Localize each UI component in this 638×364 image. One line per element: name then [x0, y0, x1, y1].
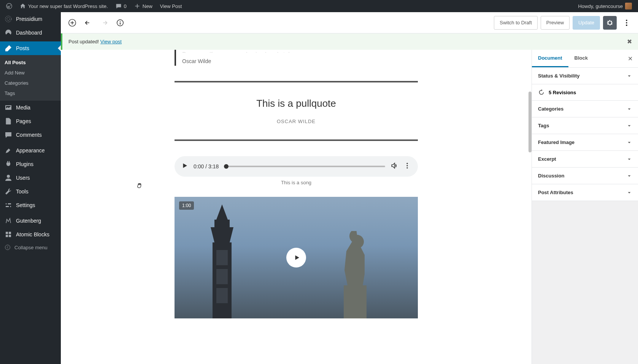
new-link[interactable]: New — [131, 0, 156, 12]
svg-rect-8 — [6, 232, 8, 234]
play-icon[interactable] — [181, 162, 188, 171]
quote-citation: Oscar Wilde — [182, 58, 412, 64]
audio-time: 0:00 / 3:18 — [194, 163, 219, 169]
add-block-button[interactable] — [65, 16, 79, 30]
audio-seek-slider[interactable] — [224, 166, 385, 167]
svg-point-21 — [406, 165, 408, 166]
section-discussion[interactable]: Discussion — [532, 168, 638, 184]
svg-point-19 — [626, 24, 627, 26]
volume-icon[interactable] — [390, 162, 398, 171]
audio-more-icon[interactable] — [403, 162, 411, 171]
tab-block[interactable]: Block — [568, 50, 594, 67]
quote-block[interactable]: Be yourself; everyone else is already ta… — [175, 50, 418, 66]
grab-cursor-icon — [136, 182, 143, 189]
pullquote-block[interactable]: This is a pullquote OSCAR WILDE — [175, 81, 418, 141]
menu-appearance[interactable]: Appearance — [0, 144, 61, 157]
submenu-add-new[interactable]: Add New — [0, 68, 61, 78]
audio-block[interactable]: 0:00 / 3:18 — [175, 156, 418, 177]
wp-logo[interactable] — [3, 0, 15, 12]
submenu-tags[interactable]: Tags — [0, 88, 61, 98]
menu-plugins[interactable]: Plugins — [0, 157, 61, 171]
svg-point-7 — [9, 206, 10, 207]
svg-point-18 — [626, 22, 627, 24]
video-tower-graphic — [201, 204, 243, 318]
howdy-link[interactable]: Howdy, gutencourse — [575, 0, 635, 12]
menu-dashboard[interactable]: Dashboard — [0, 26, 61, 40]
tab-document[interactable]: Document — [532, 50, 568, 67]
svg-point-2 — [5, 16, 11, 22]
site-link[interactable]: Your new super fast WordPress site. — [17, 0, 111, 12]
dismiss-notice-button[interactable]: ✖ — [627, 38, 632, 45]
chevron-down-icon — [627, 123, 632, 128]
undo-button[interactable] — [81, 16, 95, 30]
chevron-down-icon — [627, 140, 632, 145]
video-statue-graphic — [330, 231, 376, 318]
editor-header: Switch to Draft Preview Update — [61, 12, 638, 33]
pullquote-citation: OSCAR WILDE — [182, 119, 410, 124]
section-status[interactable]: Status & Visibility — [532, 68, 638, 84]
menu-atomic[interactable]: Atomic Blocks — [0, 228, 61, 241]
settings-panel: Document Block ✕ Status & Visibility 5 R… — [532, 50, 638, 364]
settings-toggle-button[interactable] — [603, 16, 617, 30]
menu-pressidium[interactable]: Pressidium — [0, 12, 61, 26]
menu-tools[interactable]: Tools — [0, 185, 61, 198]
svg-point-22 — [406, 167, 408, 168]
video-play-button[interactable] — [286, 248, 306, 267]
preview-button[interactable]: Preview — [541, 16, 570, 30]
comments-count: 0 — [124, 3, 127, 9]
chevron-down-icon — [627, 73, 632, 79]
menu-pages[interactable]: Pages — [0, 114, 61, 128]
posts-submenu: All Posts Add New Categories Tags — [0, 55, 61, 101]
svg-rect-9 — [9, 232, 11, 234]
more-menu-button[interactable] — [620, 16, 633, 30]
section-tags[interactable]: Tags — [532, 117, 638, 134]
svg-point-6 — [6, 203, 8, 205]
admin-menu: Pressidium Dashboard Posts All Posts Add… — [0, 12, 61, 364]
redo-button[interactable] — [97, 16, 111, 30]
view-post-link[interactable]: View Post — [157, 0, 185, 12]
section-categories[interactable]: Categories — [532, 101, 638, 117]
editor: Switch to Draft Preview Update Post upda… — [61, 12, 638, 364]
switch-draft-button[interactable]: Switch to Draft — [494, 16, 538, 30]
menu-media[interactable]: Media — [0, 101, 61, 114]
editor-canvas[interactable]: Be yourself; everyone else is already ta… — [61, 50, 532, 364]
chevron-down-icon — [627, 106, 632, 112]
revisions-link[interactable]: 5 Revisions — [532, 84, 638, 101]
svg-point-3 — [7, 175, 10, 178]
chevron-down-icon — [627, 157, 632, 162]
video-duration-badge: 1:00 — [179, 201, 194, 210]
svg-point-1 — [7, 17, 10, 21]
chevron-down-icon — [627, 190, 632, 195]
menu-gutenberg[interactable]: Gutenberg — [0, 214, 61, 228]
svg-rect-10 — [6, 235, 8, 237]
submenu-all-posts[interactable]: All Posts — [0, 57, 61, 68]
view-post-link[interactable]: View post — [100, 39, 122, 44]
site-title: Your new super fast WordPress site. — [28, 3, 108, 9]
submenu-categories[interactable]: Categories — [0, 78, 61, 88]
audio-caption: This is a song — [175, 180, 418, 185]
section-post-attributes[interactable]: Post Attributes — [532, 184, 638, 201]
panel-tabs: Document Block ✕ — [532, 50, 638, 68]
svg-point-12 — [5, 245, 10, 250]
menu-comments[interactable]: Comments — [0, 128, 61, 142]
pullquote-text: This is a pullquote — [182, 98, 410, 109]
close-panel-button[interactable]: ✕ — [622, 55, 638, 62]
update-button[interactable]: Update — [573, 16, 600, 30]
comments-link[interactable]: 0 — [113, 0, 130, 12]
svg-rect-16 — [120, 22, 121, 25]
section-excerpt[interactable]: Excerpt — [532, 151, 638, 168]
menu-settings[interactable]: Settings — [0, 198, 61, 212]
svg-point-17 — [626, 19, 627, 21]
avatar-icon — [625, 3, 632, 9]
video-block[interactable]: 1:00 — [175, 197, 418, 318]
notice-text: Post updated! — [68, 39, 100, 44]
menu-users[interactable]: Users — [0, 171, 61, 185]
section-featured-image[interactable]: Featured Image — [532, 134, 638, 151]
svg-point-15 — [120, 21, 121, 22]
info-button[interactable] — [113, 16, 127, 30]
menu-posts[interactable]: Posts — [0, 41, 61, 55]
scrollbar-thumb[interactable] — [528, 92, 532, 152]
chevron-down-icon — [627, 173, 632, 179]
menu-collapse[interactable]: Collapse menu — [0, 241, 61, 253]
audio-seek-handle[interactable] — [224, 164, 229, 169]
